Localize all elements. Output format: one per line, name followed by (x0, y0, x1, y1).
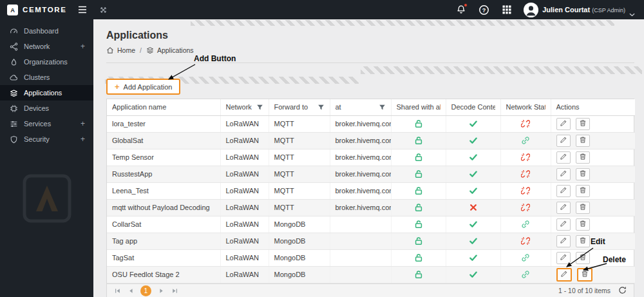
svg-text:?: ? (482, 6, 486, 13)
column-header-shared-with-all: Shared with all (391, 99, 446, 115)
notifications-bell-icon[interactable] (456, 5, 466, 15)
sidebar-item-devices[interactable]: Devices (0, 101, 93, 116)
topbar: A CEMTORE ? Julien Courtat(CSP Admin) (0, 0, 644, 19)
check-icon (469, 220, 478, 229)
avatar (524, 3, 538, 17)
stripe-decoration (361, 66, 642, 74)
edit-button[interactable] (556, 168, 571, 180)
lock-icon (414, 136, 423, 145)
annotation-delete: Delete (603, 255, 626, 264)
delete-button[interactable] (576, 185, 590, 197)
edit-button[interactable] (556, 268, 572, 282)
applications-icon (146, 46, 154, 54)
sidebar-item-clusters[interactable]: Clusters (0, 70, 93, 85)
check-icon (469, 119, 478, 128)
delete-button[interactable] (576, 151, 590, 164)
breadcrumb: Home / Applications (106, 46, 634, 63)
cell-network-status (500, 233, 551, 249)
edit-button[interactable] (556, 235, 571, 247)
cell-decode-content (446, 132, 500, 149)
cell-decode-content (446, 182, 500, 199)
table-row: GlobalSat LoRaWAN MQTT broker.hivemq.com (107, 132, 635, 149)
column-header-network: Network (220, 99, 269, 115)
user-role: (CSP Admin) (592, 7, 625, 14)
sidebar-item-network[interactable]: Network + (0, 39, 93, 54)
edit-button[interactable] (556, 151, 571, 164)
current-page-button[interactable]: 1 (140, 285, 151, 296)
refresh-icon[interactable] (618, 286, 627, 295)
cell-network: LoRaWAN (220, 132, 269, 149)
security-icon (10, 135, 18, 144)
edit-button[interactable] (556, 118, 571, 130)
delete-button[interactable] (576, 168, 590, 180)
delete-button[interactable] (576, 235, 590, 247)
last-page-button[interactable] (168, 285, 181, 296)
cell-network-status (500, 115, 551, 132)
sidebar-item-security[interactable]: Security + (0, 131, 93, 147)
cell-decode-content (446, 233, 500, 249)
edit-button[interactable] (556, 135, 571, 147)
table-row: lora_tester LoRaWAN MQTT broker.hivemq.c… (107, 115, 635, 132)
collapse-icon[interactable] (99, 5, 108, 14)
lock-icon (414, 186, 423, 195)
sidebar-item-organizations[interactable]: Organizations (0, 54, 93, 70)
table-row: CollarSat LoRaWAN MongoDB (107, 216, 635, 233)
hamburger-menu-icon[interactable] (77, 6, 88, 14)
edit-button[interactable] (556, 202, 571, 214)
x-icon (469, 203, 478, 212)
sidebar-item-services[interactable]: Services + (0, 116, 93, 131)
delete-button[interactable] (576, 202, 590, 214)
apps-grid-icon[interactable] (502, 5, 511, 15)
pencil-icon (560, 253, 567, 263)
sidebar-item-applications[interactable]: Applications (0, 85, 93, 101)
help-icon[interactable]: ? (478, 5, 489, 15)
next-page-button[interactable] (155, 285, 167, 296)
filter-icon[interactable] (379, 104, 386, 111)
pencil-icon (560, 270, 568, 280)
cell-forward-to: MQTT (269, 166, 330, 182)
check-icon (469, 169, 478, 178)
delete-button[interactable] (577, 268, 592, 282)
cell-application-name: RusstestApp (107, 166, 220, 182)
sidebar-item-label: Applications (24, 89, 62, 97)
cell-at: broker.hivemq.com (330, 182, 391, 199)
table-row: OSU Feedlot Stage 2 LoRaWAN MongoDB (107, 266, 635, 283)
link-icon (521, 220, 530, 229)
check-icon (469, 270, 478, 279)
breadcrumb-home[interactable]: Home (117, 46, 135, 54)
sidebar-item-label: Organizations (24, 58, 68, 66)
edit-button[interactable] (556, 218, 571, 231)
expand-plus-icon[interactable]: + (80, 42, 85, 51)
cell-shared-with-all (391, 182, 446, 199)
cemtore-logo-icon: A (7, 5, 18, 15)
cell-network-status (500, 216, 551, 233)
expand-plus-icon[interactable]: + (80, 135, 85, 144)
broken-link-icon (521, 153, 530, 162)
delete-button[interactable] (576, 135, 590, 147)
check-icon (469, 186, 478, 195)
link-icon (521, 270, 530, 279)
cell-shared-with-all (391, 199, 446, 216)
sidebar-item-dashboard[interactable]: Dashboard (0, 23, 93, 39)
pencil-icon (560, 153, 567, 162)
cell-network: LoRaWAN (220, 216, 269, 233)
delete-button[interactable] (576, 218, 590, 231)
expand-plus-icon[interactable]: + (80, 119, 85, 128)
first-page-button[interactable] (111, 285, 124, 296)
cell-application-name: TagSat (107, 249, 220, 266)
filter-icon[interactable] (256, 104, 263, 111)
previous-page-button[interactable] (124, 285, 137, 296)
edit-button[interactable] (556, 185, 571, 197)
sidebar-logo-watermark (21, 173, 73, 224)
add-application-button[interactable]: + Add Application (106, 79, 180, 95)
filter-icon[interactable] (317, 104, 325, 111)
cell-network-status (500, 266, 551, 283)
lock-icon (414, 169, 423, 178)
delete-button[interactable] (576, 252, 590, 264)
user-menu[interactable]: Julien Courtat(CSP Admin) (524, 3, 635, 17)
add-application-label: Add Application (124, 83, 173, 91)
delete-button[interactable] (576, 118, 590, 130)
main-content: Applications Home / Applications + Add A… (93, 19, 644, 297)
cell-network-status (500, 132, 551, 149)
edit-button[interactable] (556, 252, 571, 264)
